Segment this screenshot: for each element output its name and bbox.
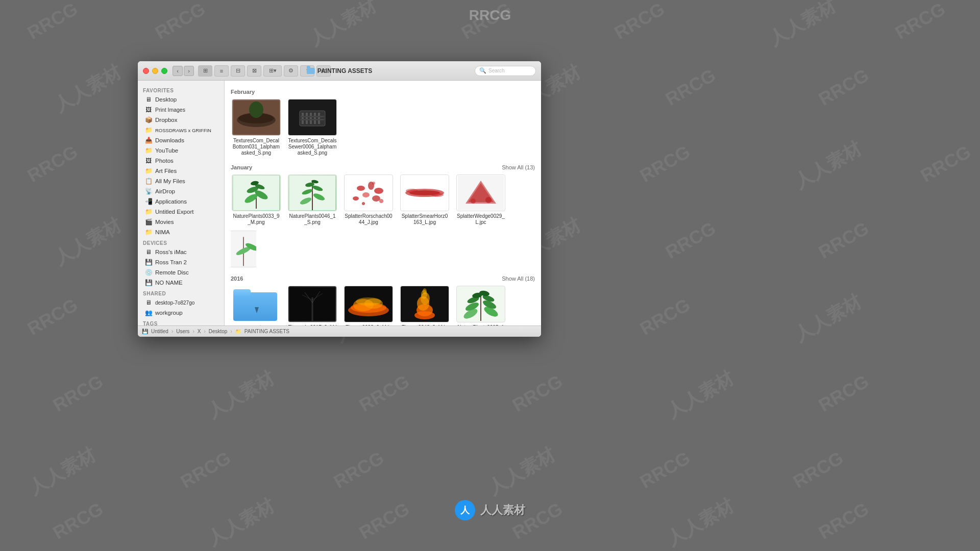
art-files-icon: 📁: [145, 167, 152, 174]
dropbox-icon: 📦: [145, 116, 152, 123]
sidebar-label: Remote Disc: [155, 269, 189, 276]
sidebar-item-art-files[interactable]: 📁 Art Files: [140, 166, 222, 176]
file-thumbnail: [288, 99, 337, 136]
action-button[interactable]: ⚙: [284, 65, 298, 77]
file-item[interactable]: NaturePlants0046_1_S.png: [287, 174, 338, 226]
view-icon-list[interactable]: ≡: [214, 65, 229, 77]
file-item[interactable]: TexturesCom_DecalsSewer0006_1alphamasked…: [287, 99, 338, 156]
svg-point-64: [356, 297, 381, 306]
file-name: SplatterRorschach0044_J.jpg: [344, 213, 393, 226]
title-label: PAINTING ASSETS: [317, 67, 372, 74]
file-item[interactable]: NaturePlants0005_1_S.pn: [455, 286, 506, 325]
sidebar-label: Photos: [155, 158, 174, 164]
file-name: TexturesCom_DecalsSewer0006_1alphamasked…: [288, 138, 337, 156]
file-item[interactable]: SplatterRorschach0044_J.jpg: [343, 174, 394, 226]
view-icon-column[interactable]: ⊟: [231, 65, 245, 77]
file-grid-2016: assets: [231, 286, 535, 325]
file-item[interactable]: SplatterWedge0029_L.jpc: [455, 174, 506, 226]
file-item[interactable]: NaturePlants0033_9_M.png: [231, 174, 282, 226]
file-item[interactable]: [231, 231, 256, 267]
sidebar-item-applications[interactable]: 📲 Applications: [140, 196, 222, 207]
nima-icon: 📁: [145, 229, 152, 236]
section-header-january: January Show All (13): [231, 164, 535, 170]
sidebar-item-all-my-files[interactable]: 📋 All My Files: [140, 176, 222, 186]
logo-circle: 人: [455, 500, 475, 520]
remote-disc-icon: 💿: [145, 269, 152, 276]
forward-button[interactable]: ›: [184, 66, 194, 76]
svg-rect-8: [306, 113, 308, 124]
arrange-button[interactable]: ⊞▾: [263, 65, 282, 77]
svg-rect-12: [301, 116, 324, 117]
breadcrumb-x[interactable]: X: [198, 329, 201, 334]
maximize-button[interactable]: [161, 68, 167, 74]
breadcrumb-desktop[interactable]: Desktop: [209, 329, 228, 334]
file-thumbnail: [456, 286, 505, 322]
svg-point-71: [423, 288, 427, 294]
show-all-january[interactable]: Show All (13): [502, 164, 535, 170]
sidebar-label: AirDrop: [155, 188, 175, 194]
sidebar-item-print-images[interactable]: 🖼 Print Images: [140, 105, 222, 115]
all-files-icon: 📋: [145, 178, 152, 185]
sidebar-item-workgroup[interactable]: 👥 workgroup: [140, 308, 222, 318]
view-icon-grid[interactable]: ⊞: [198, 65, 212, 77]
svg-rect-7: [302, 113, 304, 124]
file-item-assets[interactable]: assets: [231, 286, 282, 325]
file-item[interactable]: TexturesCom_DecalBottom031_1alphamasked_…: [231, 99, 282, 156]
status-icon-painting: 📁: [235, 329, 241, 334]
status-bar: 💾 Untitled › Users › X › Desktop › 📁 PAI…: [138, 325, 541, 337]
file-item[interactable]: Flames0043_2_M.jpg: [399, 286, 450, 325]
sidebar-label: Art Files: [155, 168, 177, 174]
sidebar-label: NO NAME: [155, 280, 183, 286]
file-thumbnail: [400, 286, 449, 322]
sidebar-item-downloads[interactable]: 📥 Downloads: [140, 135, 222, 145]
movies-icon: 🎬: [145, 218, 152, 226]
back-button[interactable]: ‹: [173, 66, 183, 76]
file-item[interactable]: Fireworks0017_2_M.jpg: [287, 286, 338, 325]
minimize-button[interactable]: [152, 68, 158, 74]
close-button[interactable]: [143, 68, 149, 74]
sidebar-label: Desktop: [155, 96, 177, 103]
sidebar-item-ross-imac[interactable]: 🖥 Ross's iMac: [140, 247, 222, 257]
title-folder-icon: [307, 68, 315, 74]
sidebar-item-airdrop[interactable]: 📡 AirDrop: [140, 186, 222, 196]
file-thumbnail: [344, 174, 393, 211]
file-thumbnail: [288, 286, 337, 322]
file-thumbnail: [456, 174, 505, 211]
show-all-2016[interactable]: Show All (18): [502, 276, 535, 282]
svg-rect-10: [314, 113, 316, 124]
breadcrumb-users[interactable]: Users: [176, 329, 189, 334]
sidebar-item-no-name[interactable]: 💾 NO NAME: [140, 278, 222, 288]
traffic-lights: [143, 68, 167, 74]
view-icon-cover[interactable]: ⊠: [247, 65, 261, 77]
sidebar-item-youtube[interactable]: 📁 YouTube: [140, 145, 222, 156]
sidebar-item-desktop-shared[interactable]: 🖥 desktop-7o827go: [140, 297, 222, 308]
sidebar-item-dropbox[interactable]: 📦 Dropbox: [140, 115, 222, 125]
file-name: SplatterSmearHorz0163_L.jpg: [400, 213, 449, 226]
search-box[interactable]: 🔍 Search: [475, 66, 536, 76]
svg-rect-13: [301, 119, 324, 120]
sidebar-item-remote-disc[interactable]: 💿 Remote Disc: [140, 267, 222, 278]
sidebar-item-ross-tran-2[interactable]: 💾 Ross Tran 2: [140, 257, 222, 267]
top-watermark: RRCG: [469, 7, 511, 23]
nav-buttons: ‹ ›: [173, 66, 194, 76]
sidebar-label: Movies: [155, 219, 174, 225]
sidebar-item-photos[interactable]: 🖼 Photos: [140, 156, 222, 166]
sidebar-label: Ross Tran 2: [155, 259, 187, 265]
sidebar-item-nima[interactable]: 📁 NIMA: [140, 227, 222, 237]
breadcrumb-untitled[interactable]: Untitled: [151, 329, 168, 334]
sidebar-item-movies[interactable]: 🎬 Movies: [140, 217, 222, 227]
file-name: SplatterWedge0029_L.jpc: [456, 213, 505, 226]
sidebar: FAVORITES 🖥 Desktop 🖼 Print Images 📦 Dro…: [138, 81, 225, 325]
title-bar: ‹ › ⊞ ≡ ⊟ ⊠ ⊞▾ ⚙ ⬆ 🏷 PAINTING ASSETS 🔍 S…: [138, 61, 541, 81]
breadcrumb-painting-assets[interactable]: PAINTING ASSETS: [244, 329, 289, 334]
svg-point-32: [374, 188, 383, 194]
file-item[interactable]: Flames0022_6_M.jpg: [343, 286, 394, 325]
breadcrumb-sep: ›: [192, 329, 194, 334]
sidebar-item-untitled-export[interactable]: 📁 Untitled Export: [140, 207, 222, 217]
sidebar-item-rossdraws[interactable]: 📁 ROSSDRAWS x GRIFFIN: [140, 125, 222, 135]
bottom-logo: 人 人人素材: [455, 500, 525, 520]
breadcrumb-sep: ›: [172, 329, 173, 334]
file-item[interactable]: SplatterSmearHorz0163_L.jpg: [399, 174, 450, 226]
sidebar-item-desktop[interactable]: 🖥 Desktop: [140, 94, 222, 105]
finder-window: ‹ › ⊞ ≡ ⊟ ⊠ ⊞▾ ⚙ ⬆ 🏷 PAINTING ASSETS 🔍 S…: [138, 61, 541, 337]
